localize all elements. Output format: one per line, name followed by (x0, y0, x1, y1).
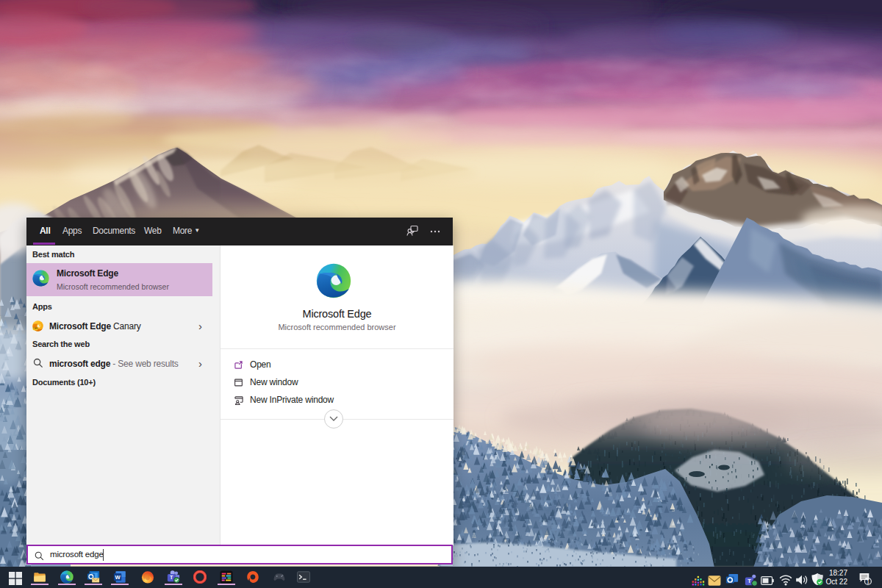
svg-text:T: T (170, 574, 173, 581)
svg-text:1: 1 (867, 578, 870, 585)
svg-text:T: T (747, 578, 751, 584)
svg-text:W: W (115, 574, 121, 581)
